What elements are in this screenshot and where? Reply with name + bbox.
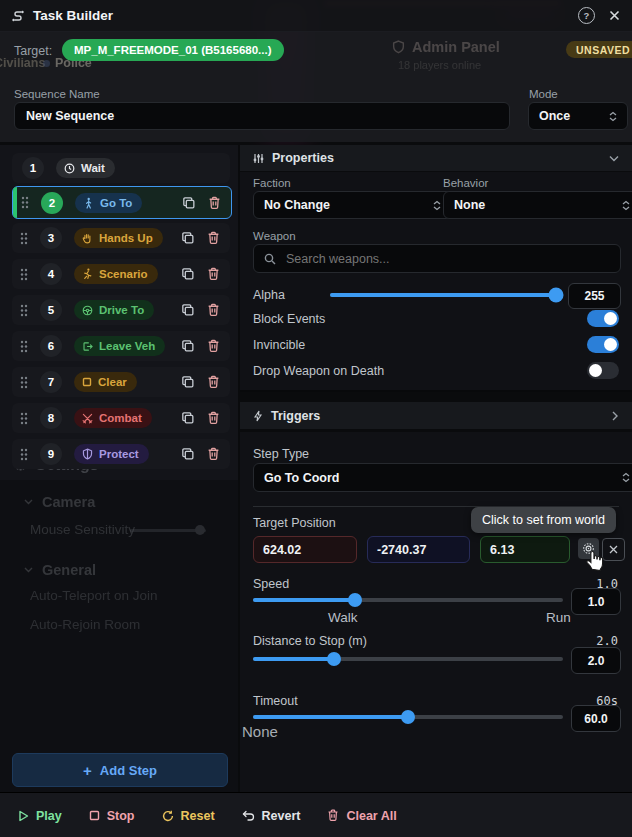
step-row-handsup[interactable]: 3 Hands Up (12, 223, 230, 253)
bolt-icon (253, 410, 263, 422)
faction-select[interactable]: No Change (253, 191, 452, 219)
coord-x-input[interactable]: 624.02 (253, 536, 357, 563)
delete-step-button[interactable] (208, 196, 221, 210)
delete-step-button[interactable] (207, 375, 220, 389)
alpha-slider[interactable] (330, 293, 558, 297)
step-row-clear[interactable]: 7 Clear (12, 367, 230, 397)
invincible-toggle[interactable] (587, 336, 619, 353)
drag-handle-icon[interactable] (20, 376, 28, 389)
drag-handle-icon[interactable] (20, 448, 28, 461)
triggers-section: Triggers (240, 402, 632, 429)
help-button[interactable]: ? (578, 7, 595, 24)
step-row-combat[interactable]: 8 Combat (12, 403, 230, 433)
set-from-world-button[interactable] (578, 538, 599, 559)
drag-handle-icon[interactable] (21, 196, 29, 209)
step-row-wait[interactable]: 1 Wait (12, 153, 230, 183)
step-row-leaveveh[interactable]: 6 Leave Veh (12, 331, 230, 361)
timeout-box[interactable]: 60.0 (571, 705, 621, 732)
revert-button[interactable]: Revert (242, 809, 301, 823)
speed-label: Speed (253, 577, 289, 591)
step-number: 3 (40, 227, 62, 249)
target-position-label: Target Position (253, 516, 336, 530)
delete-step-button[interactable] (207, 339, 220, 353)
clear-all-button[interactable]: Clear All (327, 809, 396, 823)
target-label: Target: (14, 44, 52, 58)
behavior-select[interactable]: None (443, 191, 632, 219)
shield-icon (392, 40, 405, 54)
toggle-knob (604, 312, 617, 325)
drag-handle-icon[interactable] (20, 268, 28, 281)
drag-handle-icon[interactable] (20, 304, 28, 317)
alpha-slider-thumb[interactable] (548, 288, 563, 303)
play-button[interactable]: Play (18, 809, 62, 823)
step-editor-section: Step Type Go To Coord Target Position 62… (240, 432, 632, 792)
mode-select[interactable]: Once (528, 102, 628, 130)
trash-icon (207, 267, 220, 281)
step-row-scenario[interactable]: 4 Scenario (12, 259, 230, 289)
sequence-name-input[interactable] (14, 102, 510, 130)
distance-slider-thumb[interactable] (327, 652, 341, 666)
speed-box[interactable]: 1.0 (571, 588, 621, 615)
chevron-updown-icon (622, 472, 630, 483)
block-events-toggle[interactable] (587, 310, 619, 327)
copy-step-button[interactable] (181, 411, 195, 425)
properties-header[interactable]: Properties (240, 145, 632, 172)
steering-wheel-icon (82, 305, 93, 316)
step-row-protect[interactable]: 9 Protect (12, 439, 230, 469)
reset-button[interactable]: Reset (162, 809, 215, 823)
clock-icon (64, 163, 75, 174)
alpha-value[interactable]: 255 (568, 283, 621, 309)
drag-handle-icon[interactable] (20, 340, 28, 353)
sequence-name-label: Sequence Name (14, 88, 100, 100)
copy-step-button[interactable] (181, 375, 195, 389)
clear-position-button[interactable] (602, 538, 625, 561)
drag-handle-icon[interactable] (20, 412, 28, 425)
copy-step-button[interactable] (181, 303, 195, 317)
delete-step-button[interactable] (207, 267, 220, 281)
chevron-updown-icon (609, 111, 617, 122)
search-icon (264, 253, 276, 265)
step-row-goto-selected[interactable]: 2 Go To (12, 186, 232, 219)
add-step-button[interactable]: + Add Step (12, 753, 228, 787)
copy-step-button[interactable] (181, 339, 195, 353)
target-sequence-band: Admin Panel 18 players online Civilians … (0, 31, 632, 142)
weapon-search-input[interactable] (284, 251, 620, 267)
unsaved-badge: UNSAVED (566, 41, 632, 58)
speed-slider-thumb[interactable] (348, 593, 362, 607)
close-button[interactable] (609, 10, 620, 21)
triggers-header[interactable]: Triggers (240, 402, 632, 430)
distance-box[interactable]: 2.0 (571, 647, 621, 674)
behavior-label: Behavior (443, 177, 488, 189)
step-type-label: Step Type (253, 447, 309, 461)
ghost-admin-panel: Admin Panel (392, 39, 500, 55)
ghost-civilians: Civilians (0, 56, 45, 70)
coord-z-input[interactable]: 6.13 (480, 536, 570, 563)
step-row-driveto[interactable]: 5 Drive To (12, 295, 230, 325)
step-pill-handsup: Hands Up (74, 228, 163, 248)
coord-y-input[interactable]: -2740.37 (367, 536, 470, 563)
drag-handle-icon[interactable] (20, 232, 28, 245)
copy-step-button[interactable] (182, 196, 196, 210)
behavior-value: None (454, 198, 622, 212)
delete-step-button[interactable] (207, 303, 220, 317)
delete-step-button[interactable] (207, 447, 220, 461)
drop-weapon-toggle[interactable] (587, 362, 619, 379)
distance-slider[interactable] (253, 657, 563, 661)
timeout-slider-thumb[interactable] (401, 710, 415, 724)
copy-step-button[interactable] (181, 447, 195, 461)
weapon-search[interactable] (253, 244, 621, 273)
properties-section: Properties Faction No Change Behavior No… (240, 145, 632, 392)
trash-icon (207, 375, 220, 389)
target-entity-pill[interactable]: MP_M_FREEMODE_01 (B5165680...) (62, 39, 284, 61)
invincible-label: Invincible (253, 338, 305, 352)
distance-value: 2.0 (596, 634, 618, 648)
delete-step-button[interactable] (207, 231, 220, 245)
stop-button[interactable]: Stop (89, 809, 135, 823)
trash-icon (207, 339, 220, 353)
speed-slider[interactable] (253, 598, 563, 602)
step-type-select[interactable]: Go To Coord (253, 463, 632, 492)
copy-step-button[interactable] (181, 231, 195, 245)
copy-step-button[interactable] (181, 267, 195, 281)
delete-step-button[interactable] (207, 411, 220, 425)
timeout-slider[interactable] (253, 715, 563, 719)
